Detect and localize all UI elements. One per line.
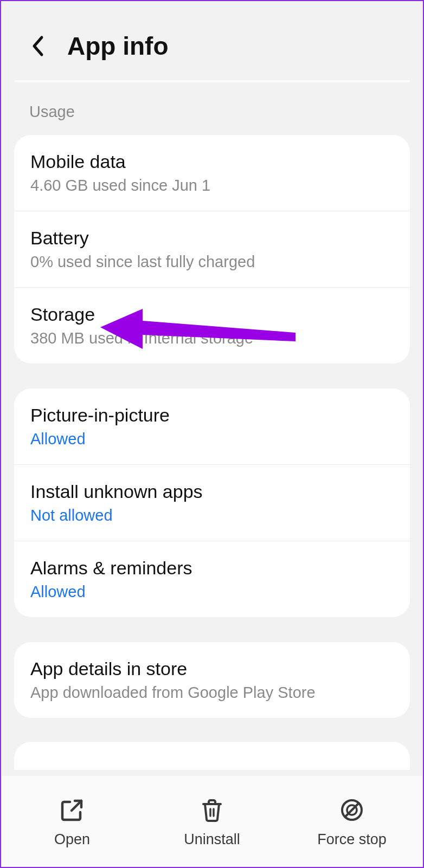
uninstall-button[interactable]: Uninstall: [142, 776, 282, 867]
row-sub: App downloaded from Google Play Store: [30, 684, 394, 702]
open-icon: [57, 795, 87, 825]
page-title: App info: [67, 31, 169, 61]
stop-icon: [337, 795, 367, 825]
card-store: App details in store App downloaded from…: [14, 642, 410, 718]
force-stop-button[interactable]: Force stop: [282, 776, 422, 867]
card-usage: Mobile data 4.60 GB used since Jun 1 Bat…: [14, 135, 410, 364]
row-title: Install unknown apps: [30, 481, 394, 502]
row-title: Battery: [30, 228, 394, 249]
row-sub: Not allowed: [30, 507, 394, 524]
row-title: Alarms & reminders: [30, 558, 394, 579]
section-label-usage: Usage: [1, 85, 423, 135]
row-title: Picture-in-picture: [30, 405, 394, 426]
row-mobile-data[interactable]: Mobile data 4.60 GB used since Jun 1: [14, 135, 410, 211]
row-title: Storage: [30, 304, 394, 325]
open-label: Open: [54, 831, 90, 848]
row-alarms[interactable]: Alarms & reminders Allowed: [14, 541, 410, 617]
trash-icon: [197, 795, 227, 825]
row-sub: 4.60 GB used since Jun 1: [30, 177, 394, 195]
row-pip[interactable]: Picture-in-picture Allowed: [14, 388, 410, 464]
bottom-bar: Open Uninstall Force stop: [2, 776, 422, 867]
force-stop-label: Force stop: [317, 831, 387, 848]
header-divider: [14, 80, 410, 82]
header: App info: [1, 1, 423, 80]
open-button[interactable]: Open: [2, 776, 142, 867]
row-sub: Allowed: [30, 430, 394, 448]
row-storage[interactable]: Storage 380 MB used in Internal storage: [14, 287, 410, 364]
row-title: Mobile data: [30, 151, 394, 172]
card-permissions: Picture-in-picture Allowed Install unkno…: [14, 388, 410, 617]
card-partial: [14, 742, 410, 770]
row-title: App details in store: [30, 658, 394, 679]
row-app-details-store[interactable]: App details in store App downloaded from…: [14, 642, 410, 718]
back-icon[interactable]: [29, 33, 46, 59]
row-sub: 0% used since last fully charged: [30, 253, 394, 271]
svg-line-0: [72, 801, 81, 811]
row-sub: Allowed: [30, 583, 394, 601]
row-battery[interactable]: Battery 0% used since last fully charged: [14, 211, 410, 287]
row-install-unknown[interactable]: Install unknown apps Not allowed: [14, 464, 410, 541]
row-sub: 380 MB used in Internal storage: [30, 329, 394, 347]
uninstall-label: Uninstall: [184, 831, 240, 848]
